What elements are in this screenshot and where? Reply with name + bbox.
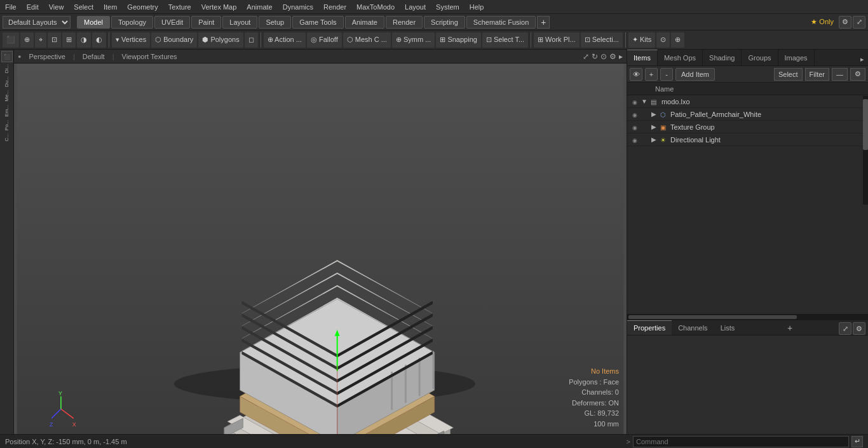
viewport-perspective-label[interactable]: Perspective — [26, 52, 67, 61]
menu-layout[interactable]: Layout — [400, 2, 431, 12]
command-input[interactable] — [633, 436, 849, 447]
viewport-3d[interactable]: Z X Y — [14, 64, 627, 434]
menu-select[interactable]: Select — [69, 2, 98, 12]
action-button[interactable]: ⊕ Action ... — [264, 32, 306, 48]
symm-button[interactable]: ⊕ Symm ... — [392, 32, 435, 48]
tab-extra[interactable]: ▸ — [857, 53, 868, 65]
add-icon-button[interactable]: + — [645, 68, 658, 81]
menu-render[interactable]: Render — [318, 2, 351, 12]
menu-vertexmap[interactable]: Vertex Map — [196, 2, 242, 12]
menu-dynamics[interactable]: Dynamics — [278, 2, 318, 12]
select-mode-button[interactable]: ◻ — [245, 32, 258, 48]
menu-edit[interactable]: Edit — [22, 2, 44, 12]
item-row-mesh[interactable]: ▶ Patio_Pallet_Armchair_White — [627, 108, 868, 121]
eye-modo[interactable] — [630, 97, 640, 107]
item-row-modo[interactable]: ▼ modo.lxo — [627, 95, 868, 108]
eye-light[interactable] — [630, 135, 640, 145]
layout-tab-topology[interactable]: Topology — [111, 16, 153, 29]
vp-ctrl-arrows[interactable]: ⤢ — [583, 52, 589, 61]
props-expand-button[interactable]: ⤢ — [839, 322, 851, 335]
selecti-button[interactable]: ⊡ Selecti... — [581, 32, 623, 48]
vp-ctrl-refresh[interactable]: ↻ — [592, 52, 598, 61]
items-settings-btn[interactable]: ⚙ — [850, 68, 865, 81]
menu-animate[interactable]: Animate — [241, 2, 277, 12]
arrow-mesh[interactable]: ▶ — [651, 111, 656, 118]
polygons-button[interactable]: ⬢ Polygons — [198, 32, 243, 48]
extra-btn1[interactable]: ⊙ — [656, 32, 670, 48]
extra-btn2[interactable]: ⊕ — [671, 32, 684, 48]
tab-shading[interactable]: Shading — [703, 50, 742, 65]
transform-button[interactable]: ⊡ — [48, 32, 61, 48]
falloff-button[interactable]: ◎ Falloff — [307, 32, 342, 48]
snapping-button[interactable]: ⊞ Snapping — [436, 32, 481, 48]
eye-mesh[interactable] — [630, 109, 640, 119]
select-button[interactable]: Select — [774, 68, 803, 81]
arrow-light[interactable]: ▶ — [651, 136, 656, 143]
tab-items[interactable]: Items — [627, 50, 658, 65]
layout-tab-setup[interactable]: Setup — [259, 16, 291, 29]
clone-button[interactable]: ⊞ — [62, 32, 76, 48]
left-tool-1[interactable]: ⬛ — [1, 51, 13, 62]
layout-tab-schematic[interactable]: Schematic Fusion — [466, 16, 536, 29]
item-row-texture[interactable]: ▶ Texture Group — [627, 121, 868, 133]
menu-system[interactable]: System — [431, 2, 465, 12]
layout-expand-button[interactable]: ⤢ — [853, 16, 865, 29]
mode-button[interactable]: ⬛ — [3, 32, 19, 48]
select-t-button[interactable]: ⊡ Select T... — [482, 32, 528, 48]
layout-selector[interactable]: Default Layouts — [3, 16, 71, 29]
tab-groups[interactable]: Groups — [742, 50, 778, 65]
tab-channels[interactable]: Channels — [672, 320, 714, 335]
items-scrollbar-thumb[interactable] — [863, 99, 868, 150]
menu-view[interactable]: View — [44, 2, 69, 12]
crosshair-button[interactable]: ⌖ — [35, 32, 46, 48]
tab-properties[interactable]: Properties — [627, 320, 672, 335]
menu-help[interactable]: Help — [465, 2, 489, 12]
layout-tab-model[interactable]: Model — [77, 16, 110, 29]
kits-button[interactable]: ✦ Kits — [628, 32, 655, 48]
layout-tab-paint[interactable]: Paint — [191, 16, 221, 29]
props-add-button[interactable]: + — [783, 321, 796, 335]
work-plane-button[interactable]: ⊞ Work Pl... — [534, 32, 580, 48]
layout-tab-gametools[interactable]: Game Tools — [292, 16, 344, 29]
vp-ctrl-settings[interactable]: ⚙ — [609, 52, 616, 61]
items-list[interactable]: ▼ modo.lxo ▶ Patio_Pallet_Armchair_White… — [627, 95, 868, 205]
layout-tab-animate[interactable]: Animate — [345, 16, 384, 29]
add-layout-tab-button[interactable]: + — [537, 16, 550, 29]
props-settings-button[interactable]: ⚙ — [853, 322, 865, 335]
arrow-modo[interactable]: ▼ — [641, 98, 648, 105]
vertices-button[interactable]: ▾ Vertices — [112, 32, 150, 48]
viewport-textures-label[interactable]: Viewport Textures — [119, 52, 180, 61]
menu-texture[interactable]: Texture — [163, 2, 196, 12]
items-hscroll-thumb[interactable] — [628, 315, 797, 319]
tab-images[interactable]: Images — [778, 50, 815, 65]
minus-icon-button[interactable]: - — [660, 68, 673, 81]
tab-lists[interactable]: Lists — [714, 320, 742, 335]
mesh-button[interactable]: ⬡ Mesh C ... — [343, 32, 391, 48]
items-scrollbar[interactable] — [863, 96, 868, 205]
menu-maxtomodo[interactable]: MaxToModo — [351, 2, 400, 12]
items-hscrollbar[interactable] — [627, 315, 868, 320]
menu-file[interactable]: File — [0, 2, 22, 12]
vp-ctrl-zoom[interactable]: ⊙ — [600, 52, 607, 61]
layout-tab-layout[interactable]: Layout — [222, 16, 257, 29]
arrow-texture[interactable]: ▶ — [651, 123, 656, 130]
layout-tab-render[interactable]: Render — [386, 16, 423, 29]
item-row-light[interactable]: ▶ Directional Light — [627, 133, 868, 146]
filter-button[interactable]: Filter — [805, 68, 829, 81]
origin-button[interactable]: ⊕ — [20, 32, 34, 48]
items-minus-btn[interactable]: — — [832, 68, 848, 81]
boundary-button[interactable]: ⬡ Boundary — [151, 32, 197, 48]
layout-tab-scripting[interactable]: Scripting — [424, 16, 465, 29]
viewport-default-label[interactable]: Default — [80, 52, 107, 61]
sym-button[interactable]: ◑ — [77, 32, 91, 48]
vp-ctrl-more[interactable]: ▸ — [619, 52, 623, 61]
menu-item[interactable]: Item — [98, 2, 122, 12]
layout-tab-uvedit[interactable]: UVEdit — [154, 16, 190, 29]
eye-all-button[interactable]: 👁 — [630, 68, 642, 81]
eye-texture[interactable] — [630, 122, 640, 132]
add-item-button[interactable]: Add Item — [675, 68, 715, 81]
tab-mesh-ops[interactable]: Mesh Ops — [658, 50, 703, 65]
layout-settings-button[interactable]: ⚙ — [839, 16, 851, 29]
half-button[interactable]: ◐ — [92, 32, 106, 48]
menu-geometry[interactable]: Geometry — [122, 2, 163, 12]
